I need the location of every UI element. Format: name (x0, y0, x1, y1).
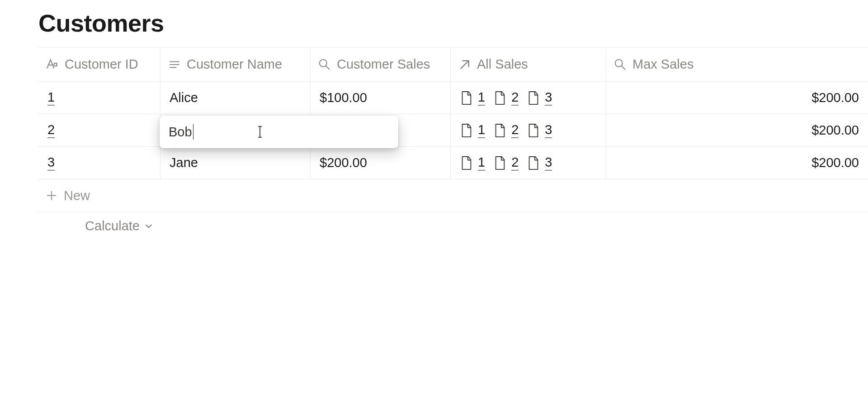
new-row-label: New (64, 188, 90, 203)
cell-all-sales[interactable]: 123 (451, 147, 606, 179)
column-header-customer-id[interactable]: Customer ID (38, 47, 160, 81)
relation-chip-label: 3 (545, 90, 552, 106)
page-icon (527, 123, 540, 138)
table-header-row: Customer ID Customer Name Customer Sales… (38, 47, 868, 81)
column-header-customer-name[interactable]: Customer Name (160, 47, 311, 81)
relation-chip[interactable]: 3 (527, 90, 552, 106)
chevron-down-icon (144, 222, 153, 231)
cell-customer-name[interactable]: Jane (160, 147, 311, 179)
max-sales-value: $200.00 (811, 90, 859, 105)
page-icon (527, 155, 540, 171)
cell-customer-name[interactable]: Alice (160, 82, 311, 114)
relation-chips: 123 (460, 122, 552, 138)
relation-chip-label: 2 (511, 90, 519, 106)
cell-customer-id[interactable]: 2 (38, 114, 160, 146)
relation-chip[interactable]: 2 (493, 155, 519, 171)
table-row: 3Jane$200.00123$200.00 (38, 146, 868, 179)
page-icon (527, 90, 540, 106)
sales-value: $200.00 (320, 155, 367, 170)
text-caret (193, 124, 193, 140)
add-new-row[interactable]: New (38, 179, 868, 212)
table-footer-row: Calculate (38, 212, 868, 233)
relation-chip[interactable]: 3 (527, 155, 552, 171)
table-row: 1Alice$100.00123$200.00 (38, 81, 868, 114)
relation-chip-label: 1 (478, 155, 485, 171)
name-value: Jane (170, 155, 198, 170)
relation-chip-label: 3 (545, 155, 552, 171)
page-icon (460, 90, 473, 106)
page-icon (493, 90, 507, 106)
relation-chip[interactable]: 1 (460, 122, 485, 138)
relation-chip[interactable]: 3 (527, 122, 552, 138)
cell-max-sales[interactable]: $200.00 (606, 82, 868, 114)
text-cursor-icon (257, 126, 263, 138)
calculate-label: Calculate (85, 219, 140, 233)
cell-customer-id[interactable]: 1 (38, 82, 160, 114)
relation-chip[interactable]: 1 (460, 155, 485, 171)
plus-icon (46, 190, 57, 201)
cell-customer-sales[interactable]: $200.00 (311, 147, 451, 179)
arrow-up-right-icon (458, 58, 472, 71)
cell-customer-id[interactable]: 3 (38, 147, 160, 179)
cell-edit-popup[interactable]: Bob (160, 116, 398, 148)
id-value: 3 (47, 155, 55, 171)
column-label: Customer Sales (337, 57, 430, 72)
relation-chips: 123 (460, 155, 552, 171)
relation-chip[interactable]: 2 (493, 90, 519, 106)
relation-chip[interactable]: 1 (460, 90, 485, 106)
cell-max-sales[interactable]: $200.00 (606, 147, 868, 179)
text-icon (168, 58, 181, 71)
relation-chip[interactable]: 2 (493, 122, 519, 138)
page-icon (493, 155, 507, 171)
column-label: Customer Name (187, 57, 282, 72)
column-header-customer-sales[interactable]: Customer Sales (311, 47, 451, 81)
column-label: Max Sales (632, 57, 693, 72)
relation-chip-label: 1 (478, 90, 485, 106)
cell-edit-value: Bob (169, 125, 192, 140)
search-icon (613, 58, 627, 71)
max-sales-value: $200.00 (811, 155, 859, 170)
page-icon (460, 123, 473, 138)
column-label: Customer ID (65, 57, 138, 72)
cell-all-sales[interactable]: 123 (451, 82, 606, 114)
search-icon (318, 58, 331, 71)
page-icon (460, 155, 473, 171)
title-icon (46, 58, 59, 71)
id-value: 2 (47, 122, 55, 138)
column-label: All Sales (477, 57, 528, 72)
relation-chips: 123 (460, 90, 552, 106)
max-sales-value: $200.00 (811, 123, 859, 138)
id-value: 1 (47, 90, 55, 106)
relation-chip-label: 1 (478, 122, 485, 138)
sales-value: $100.00 (320, 90, 367, 105)
column-header-max-sales[interactable]: Max Sales (606, 47, 868, 81)
calculate-button[interactable]: Calculate (85, 219, 153, 233)
customers-table: Customer ID Customer Name Customer Sales… (38, 47, 868, 233)
relation-chip-label: 2 (511, 122, 519, 138)
relation-chip-label: 2 (511, 155, 519, 171)
cell-customer-sales[interactable]: $100.00 (311, 82, 451, 114)
page-icon (493, 123, 507, 138)
relation-chip-label: 3 (545, 122, 552, 138)
page-title: Customers (38, 9, 868, 37)
name-value: Alice (170, 90, 198, 105)
cell-max-sales[interactable]: $200.00 (606, 114, 868, 146)
cell-all-sales[interactable]: 123 (451, 114, 606, 146)
column-header-all-sales[interactable]: All Sales (451, 47, 606, 81)
